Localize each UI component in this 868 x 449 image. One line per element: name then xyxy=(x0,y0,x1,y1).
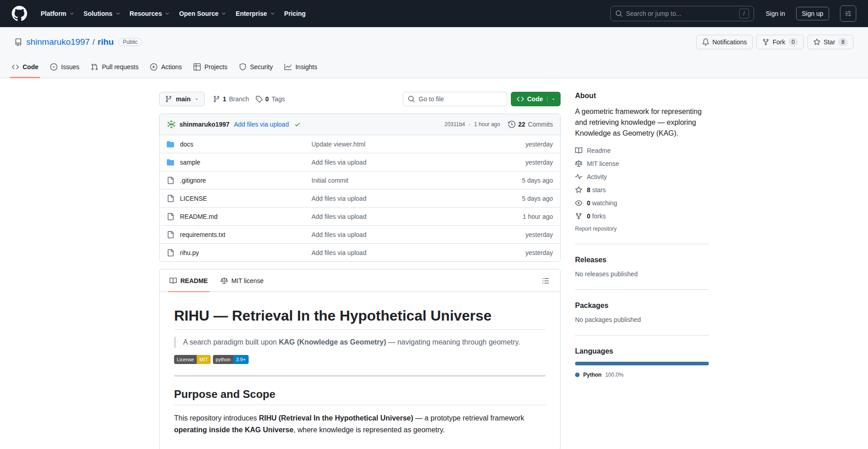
commit-message-link[interactable]: Add files via upload xyxy=(234,121,289,128)
notifications-button[interactable]: Notifications xyxy=(696,35,753,49)
github-logo-icon[interactable] xyxy=(12,6,27,21)
report-repository-link[interactable]: Report repository xyxy=(575,226,709,232)
nav-item-solutions[interactable]: Solutions xyxy=(79,6,125,21)
file-commit-message[interactable]: Add files via upload xyxy=(311,231,525,238)
fork-count[interactable]: 0 xyxy=(788,38,798,46)
file-commit-message[interactable]: Add files via upload xyxy=(311,159,525,166)
triangle-down-icon xyxy=(551,97,556,101)
tab-actions[interactable]: Actions xyxy=(146,56,186,78)
chevron-down-icon xyxy=(221,11,226,16)
sidebar-item-forks[interactable]: 0 forks xyxy=(575,213,709,220)
sidebar-item-watching[interactable]: 0 watching xyxy=(575,199,709,207)
branches-link[interactable]: 1 Branch xyxy=(213,95,249,103)
file-link[interactable]: docs xyxy=(180,141,193,148)
file-link[interactable]: LICENSE xyxy=(180,195,207,202)
tab-insights[interactable]: Insights xyxy=(280,56,321,78)
nav-item-resources[interactable]: Resources xyxy=(125,6,175,21)
code-download-button[interactable]: Code xyxy=(511,92,561,106)
releases-title: Releases xyxy=(575,256,709,264)
outline-button[interactable] xyxy=(539,274,552,287)
tab-code[interactable]: Code xyxy=(7,56,43,78)
file-commit-message[interactable]: Update viewer.html xyxy=(311,141,525,148)
dot-separator: · xyxy=(469,121,471,128)
nav-item-open-source[interactable]: Open Source xyxy=(175,6,231,21)
folder-icon xyxy=(167,141,174,148)
file-commit-message[interactable]: Add files via upload xyxy=(311,213,523,220)
file-commit-message[interactable]: Add files via upload xyxy=(311,249,525,256)
commit-history-link[interactable]: 22 Commits xyxy=(508,121,553,128)
fork-button[interactable]: Fork 0 xyxy=(756,35,804,49)
file-link[interactable]: README.md xyxy=(180,213,217,220)
language-item-python[interactable]: Python 100.0% xyxy=(575,372,709,378)
file-link[interactable]: .gitignore xyxy=(180,177,206,184)
sidebar-item-license[interactable]: MIT license xyxy=(575,160,709,167)
commit-status-check-icon[interactable] xyxy=(294,121,301,128)
commit-sha-link[interactable]: 20311b4 xyxy=(444,121,465,128)
nav-item-pricing[interactable]: Pricing xyxy=(280,6,310,21)
pulse-icon xyxy=(575,173,582,180)
star-count[interactable]: 8 xyxy=(838,38,848,46)
file-icon xyxy=(167,177,174,184)
tab-mit-license[interactable]: MIT license xyxy=(214,269,270,292)
readme-tab-bar: README MIT license xyxy=(160,269,560,292)
commits-count: 22 xyxy=(518,121,525,128)
tab-readme[interactable]: README xyxy=(163,269,214,292)
packages-empty-text: No packages published xyxy=(575,316,709,323)
code-column: main 1 Branch 0 Tags Code xyxy=(159,92,561,449)
file-link[interactable]: sample xyxy=(180,159,200,166)
sidebar-item-stars[interactable]: 8 stars xyxy=(575,186,709,194)
file-commit-message[interactable]: Add files via upload xyxy=(311,195,522,202)
branch-label: Branch xyxy=(229,95,249,103)
table-row: LICENSE Add files via upload 5 days ago xyxy=(160,189,560,207)
table-row: requirements.txt Add files via upload ye… xyxy=(160,225,560,243)
readme-section-heading: Purpose and Scope xyxy=(174,388,546,405)
license-badge[interactable]: License MIT xyxy=(174,355,211,364)
about-title: About xyxy=(575,92,709,100)
folder-icon xyxy=(167,159,174,166)
python-version-badge[interactable]: python 3.9+ xyxy=(213,355,249,364)
search-icon xyxy=(615,10,623,17)
commit-author-link[interactable]: shinmaruko1997 xyxy=(179,121,230,128)
global-search[interactable]: / xyxy=(610,6,754,21)
tab-issues[interactable]: Issues xyxy=(46,56,84,78)
star-button[interactable]: Star 8 xyxy=(807,35,854,49)
sign-up-button[interactable]: Sign up xyxy=(796,7,829,20)
sidebar-item-activity[interactable]: Activity xyxy=(575,173,709,180)
search-input[interactable] xyxy=(626,10,736,17)
nav-label: Platform xyxy=(41,10,66,17)
file-browser: shinmaruko1997 Add files via upload 2031… xyxy=(159,113,561,262)
star-label: Star xyxy=(824,38,835,46)
history-icon xyxy=(508,121,515,128)
nav-item-platform[interactable]: Platform xyxy=(36,6,79,21)
file-commit-message[interactable]: Initial commit xyxy=(311,177,522,184)
eye-icon xyxy=(575,199,582,207)
go-to-file-input[interactable] xyxy=(419,95,502,103)
languages-section: Languages Python 100.0% xyxy=(575,336,709,390)
appearance-settings-button[interactable] xyxy=(840,5,856,22)
repo-name-link[interactable]: rihu xyxy=(98,37,114,47)
law-icon xyxy=(221,277,228,284)
file-commit-date: yesterday xyxy=(525,249,553,256)
branch-count: 1 xyxy=(223,95,226,103)
repo-owner-link[interactable]: shinmaruko1997 xyxy=(26,37,90,47)
chevron-down-icon xyxy=(69,11,75,16)
file-commit-date: yesterday xyxy=(525,159,553,166)
avatar[interactable] xyxy=(167,120,176,129)
table-row: rihu.py Add files via upload yesterday xyxy=(160,243,560,261)
go-to-file-search[interactable] xyxy=(403,92,507,106)
sign-in-link[interactable]: Sign in xyxy=(766,10,785,17)
file-link[interactable]: rihu.py xyxy=(180,249,199,256)
file-link[interactable]: requirements.txt xyxy=(180,231,225,238)
tab-pull-requests[interactable]: Pull requests xyxy=(86,56,143,78)
repo-title-row: shinmaruko1997 / rihu Public Notificatio… xyxy=(0,34,868,50)
tab-security[interactable]: Security xyxy=(235,56,278,78)
branch-selector[interactable]: main xyxy=(159,92,205,106)
graph-icon xyxy=(284,63,292,71)
sidebar-item-readme[interactable]: Readme xyxy=(575,147,709,154)
search-icon xyxy=(408,95,415,103)
tags-link[interactable]: 0 Tags xyxy=(255,95,285,103)
tab-projects[interactable]: Projects xyxy=(189,56,232,78)
branch-icon xyxy=(213,95,220,103)
tag-count: 0 xyxy=(265,95,269,103)
nav-item-enterprise[interactable]: Enterprise xyxy=(231,6,279,21)
